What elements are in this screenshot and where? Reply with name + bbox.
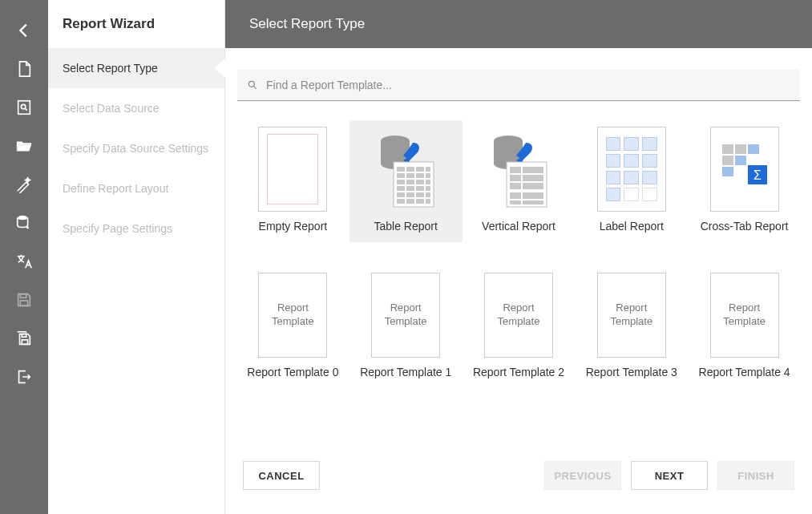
- svg-rect-5: [20, 301, 27, 306]
- svg-rect-13: [397, 167, 405, 172]
- card-label: Empty Report: [259, 220, 328, 233]
- svg-point-3: [18, 216, 28, 221]
- svg-rect-44: [510, 183, 521, 189]
- step-select-report-type[interactable]: Select Report Type: [48, 48, 224, 88]
- svg-rect-4: [20, 294, 26, 298]
- step-specify-page-settings: Specify Page Settings: [48, 208, 224, 249]
- open-folder-icon[interactable]: [0, 127, 48, 165]
- main-panel: Select Report Type Empty Report: [225, 0, 812, 514]
- template-custom-1[interactable]: ReportTemplate Report Template 1: [349, 266, 463, 388]
- card-label: Report Template 2: [473, 366, 564, 378]
- svg-rect-54: [735, 156, 746, 165]
- template-custom-3[interactable]: ReportTemplate Report Template 3: [575, 266, 688, 388]
- svg-rect-49: [523, 200, 543, 204]
- card-label: Report Template 3: [586, 366, 677, 378]
- svg-rect-16: [426, 167, 430, 172]
- save-all-icon[interactable]: [0, 319, 48, 358]
- svg-rect-21: [397, 180, 405, 184]
- svg-rect-20: [426, 173, 430, 178]
- svg-rect-50: [722, 144, 733, 154]
- svg-rect-53: [722, 156, 733, 165]
- svg-rect-55: [722, 167, 733, 176]
- card-label: Label Report: [600, 220, 664, 233]
- svg-rect-35: [416, 199, 424, 204]
- empty-report-thumb: [258, 127, 327, 212]
- svg-rect-47: [523, 192, 543, 199]
- svg-rect-26: [406, 186, 414, 191]
- svg-point-1: [21, 104, 25, 109]
- template-custom-4[interactable]: ReportTemplate Report Template 4: [688, 266, 801, 388]
- svg-point-8: [248, 81, 254, 87]
- previous-button: PREVIOUS: [544, 461, 621, 490]
- svg-rect-28: [426, 186, 430, 191]
- back-button[interactable]: [0, 11, 48, 50]
- search-input[interactable]: [266, 79, 790, 91]
- vertical-report-thumb: [484, 127, 553, 212]
- wizard-stepper: Report Wizard Select Report Type Select …: [48, 0, 225, 514]
- svg-rect-42: [510, 175, 521, 181]
- svg-rect-40: [510, 167, 521, 173]
- left-toolbar: [0, 0, 48, 514]
- card-label: Cross-Tab Report: [701, 220, 789, 233]
- page-title: Select Report Type: [225, 0, 812, 48]
- template-vertical-report[interactable]: Vertical Report: [463, 120, 576, 242]
- template-custom-0[interactable]: ReportTemplate Report Template 0: [236, 266, 349, 388]
- svg-line-9: [254, 86, 257, 88]
- template-thumb: ReportTemplate: [484, 273, 553, 358]
- svg-text:Σ: Σ: [753, 168, 762, 182]
- svg-rect-18: [406, 173, 414, 178]
- svg-rect-0: [18, 101, 30, 115]
- card-label: Vertical Report: [482, 220, 555, 233]
- svg-rect-46: [510, 192, 521, 199]
- template-thumb: ReportTemplate: [597, 273, 666, 358]
- card-label: Report Template 0: [247, 366, 338, 378]
- svg-rect-43: [523, 175, 543, 181]
- svg-rect-31: [416, 192, 424, 197]
- svg-rect-25: [397, 186, 405, 191]
- find-page-icon[interactable]: [0, 88, 48, 127]
- translate-icon[interactable]: [0, 242, 48, 281]
- svg-rect-22: [406, 180, 414, 184]
- svg-rect-29: [397, 192, 405, 197]
- card-label: Table Report: [374, 220, 438, 233]
- finish-button: FINISH: [717, 461, 794, 490]
- search-icon: [247, 79, 258, 91]
- svg-rect-32: [426, 192, 430, 197]
- svg-rect-14: [406, 167, 414, 172]
- svg-rect-24: [426, 180, 430, 184]
- wizard-icon[interactable]: [0, 165, 48, 204]
- svg-rect-23: [416, 180, 424, 184]
- wizard-title: Report Wizard: [48, 0, 224, 48]
- template-thumb: ReportTemplate: [258, 273, 327, 358]
- svg-rect-36: [426, 199, 430, 204]
- template-crosstab-report[interactable]: Σ Cross-Tab Report: [688, 120, 801, 242]
- template-empty-report[interactable]: Empty Report: [236, 120, 349, 242]
- card-label: Report Template 4: [699, 366, 790, 378]
- cancel-button[interactable]: CANCEL: [243, 461, 320, 490]
- svg-rect-6: [22, 334, 26, 338]
- svg-rect-30: [406, 192, 414, 197]
- svg-rect-17: [397, 173, 405, 178]
- svg-rect-7: [22, 340, 27, 345]
- exit-icon[interactable]: [0, 358, 48, 396]
- svg-rect-51: [735, 144, 746, 154]
- datasource-icon[interactable]: [0, 204, 48, 242]
- template-custom-2[interactable]: ReportTemplate Report Template 2: [463, 266, 576, 388]
- svg-rect-27: [416, 186, 424, 191]
- new-document-icon[interactable]: [0, 50, 48, 88]
- label-report-thumb: [597, 127, 666, 212]
- svg-rect-45: [523, 183, 543, 189]
- svg-rect-19: [416, 173, 424, 178]
- next-button[interactable]: NEXT: [631, 461, 708, 490]
- template-thumb: ReportTemplate: [710, 273, 779, 358]
- template-label-report[interactable]: Label Report: [575, 120, 688, 242]
- search-bar: [237, 69, 800, 101]
- svg-rect-33: [397, 199, 405, 204]
- svg-rect-34: [406, 199, 414, 204]
- template-grid: Empty Report: [225, 101, 812, 388]
- card-label: Report Template 1: [360, 366, 451, 378]
- template-table-report[interactable]: Table Report: [349, 120, 463, 242]
- svg-rect-52: [748, 144, 759, 154]
- step-specify-data-source-settings: Specify Data Source Settings: [48, 128, 224, 168]
- step-define-report-layout: Define Report Layout: [48, 168, 224, 208]
